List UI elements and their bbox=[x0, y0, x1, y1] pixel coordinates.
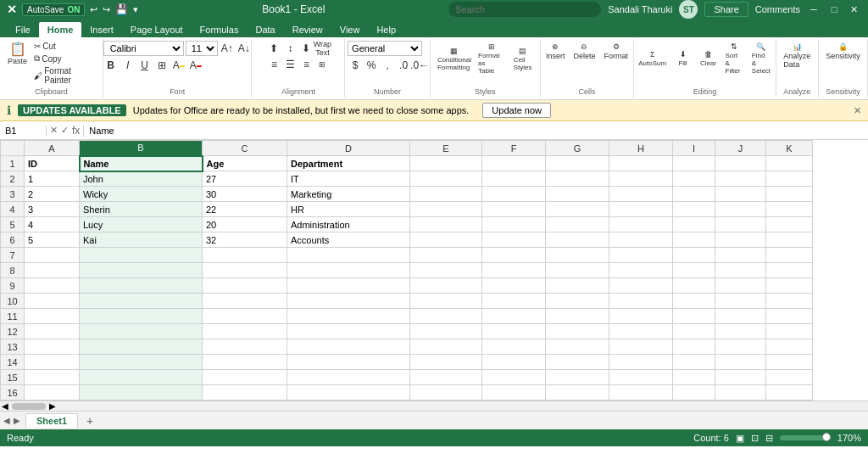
comments-button[interactable]: Comments bbox=[755, 4, 800, 14]
cell-e15[interactable] bbox=[410, 370, 482, 385]
cell-c1[interactable]: Age bbox=[203, 156, 287, 171]
minimize-button[interactable]: ─ bbox=[807, 3, 821, 16]
cell-g15[interactable] bbox=[546, 370, 609, 385]
col-header-c[interactable]: C bbox=[203, 141, 287, 156]
underline-button[interactable]: U bbox=[137, 58, 153, 73]
paste-button[interactable]: 📋 Paste bbox=[5, 41, 30, 68]
cell-j14[interactable] bbox=[715, 355, 766, 370]
cell-g2[interactable] bbox=[546, 171, 609, 187]
cell-d12[interactable] bbox=[287, 324, 410, 339]
cell-c2[interactable]: 27 bbox=[203, 171, 287, 187]
percent-button[interactable]: % bbox=[364, 58, 379, 73]
cell-i11[interactable] bbox=[673, 309, 715, 324]
bold-button[interactable]: B bbox=[103, 58, 119, 73]
cell-g16[interactable] bbox=[546, 385, 609, 401]
cell-d6[interactable]: Accounts bbox=[287, 232, 410, 248]
cell-b14[interactable] bbox=[80, 355, 203, 370]
cell-a5[interactable]: 4 bbox=[25, 217, 80, 232]
cell-g3[interactable] bbox=[546, 187, 609, 202]
cell-e5[interactable] bbox=[410, 217, 482, 232]
cell-c5[interactable]: 20 bbox=[203, 217, 287, 232]
cell-b6[interactable]: Kai bbox=[80, 232, 203, 248]
cell-a8[interactable] bbox=[25, 263, 80, 278]
decrease-font-button[interactable]: A↓ bbox=[236, 41, 252, 56]
cell-f10[interactable] bbox=[482, 294, 546, 309]
font-size-select[interactable]: 11 bbox=[186, 41, 218, 56]
cell-g13[interactable] bbox=[546, 339, 609, 355]
zoom-slider[interactable] bbox=[780, 435, 831, 440]
cell-g7[interactable] bbox=[546, 248, 609, 263]
italic-button[interactable]: I bbox=[120, 58, 136, 73]
cell-i1[interactable] bbox=[673, 156, 715, 171]
cell-j1[interactable] bbox=[715, 156, 766, 171]
cell-e7[interactable] bbox=[410, 248, 482, 263]
cell-d11[interactable] bbox=[287, 309, 410, 324]
cell-h7[interactable] bbox=[609, 248, 673, 263]
cell-k8[interactable] bbox=[766, 263, 813, 278]
increase-font-button[interactable]: A↑ bbox=[220, 41, 235, 56]
cell-b9[interactable] bbox=[80, 278, 203, 294]
scroll-right-icon[interactable]: ▶ bbox=[49, 401, 56, 411]
cell-i10[interactable] bbox=[673, 294, 715, 309]
cell-k13[interactable] bbox=[766, 339, 813, 355]
currency-button[interactable]: $ bbox=[348, 58, 363, 73]
formula-content[interactable]: Name bbox=[84, 126, 868, 136]
row-header-1[interactable]: 1 bbox=[1, 156, 25, 171]
row-header-14[interactable]: 14 bbox=[1, 355, 25, 370]
cell-b7[interactable] bbox=[80, 248, 203, 263]
cell-h11[interactable] bbox=[609, 309, 673, 324]
comma-button[interactable]: , bbox=[380, 58, 395, 73]
fill-color-button[interactable]: A▬ bbox=[171, 58, 186, 73]
cell-j12[interactable] bbox=[715, 324, 766, 339]
cell-d5[interactable]: Administration bbox=[287, 217, 410, 232]
cell-f11[interactable] bbox=[482, 309, 546, 324]
cell-c16[interactable] bbox=[203, 385, 287, 401]
cell-b15[interactable] bbox=[80, 370, 203, 385]
cell-a2[interactable]: 1 bbox=[25, 171, 80, 187]
cell-f14[interactable] bbox=[482, 355, 546, 370]
cell-h4[interactable] bbox=[609, 202, 673, 217]
cell-a3[interactable]: 2 bbox=[25, 187, 80, 202]
cell-h9[interactable] bbox=[609, 278, 673, 294]
row-header-7[interactable]: 7 bbox=[1, 248, 25, 263]
cell-d15[interactable] bbox=[287, 370, 410, 385]
format-button[interactable]: ⚙ Format bbox=[600, 41, 632, 62]
col-header-e[interactable]: E bbox=[410, 141, 482, 156]
cell-g14[interactable] bbox=[546, 355, 609, 370]
cell-j11[interactable] bbox=[715, 309, 766, 324]
col-header-f[interactable]: F bbox=[482, 141, 546, 156]
conditional-formatting-button[interactable]: ▦ ConditionalFormatting bbox=[436, 41, 473, 76]
align-center-button[interactable]: ☰ bbox=[282, 57, 298, 72]
cell-e12[interactable] bbox=[410, 324, 482, 339]
cell-f12[interactable] bbox=[482, 324, 546, 339]
sort-filter-button[interactable]: ⇅ Sort &Filter bbox=[722, 41, 747, 76]
cell-k5[interactable] bbox=[766, 217, 813, 232]
confirm-formula-icon[interactable]: ✓ bbox=[61, 125, 69, 136]
cell-j8[interactable] bbox=[715, 263, 766, 278]
cell-i3[interactable] bbox=[673, 187, 715, 202]
update-now-button[interactable]: Update now bbox=[482, 103, 551, 118]
cell-h5[interactable] bbox=[609, 217, 673, 232]
cell-k3[interactable] bbox=[766, 187, 813, 202]
cell-e10[interactable] bbox=[410, 294, 482, 309]
cell-b11[interactable] bbox=[80, 309, 203, 324]
cancel-formula-icon[interactable]: ✕ bbox=[50, 125, 58, 136]
cell-e13[interactable] bbox=[410, 339, 482, 355]
row-header-12[interactable]: 12 bbox=[1, 324, 25, 339]
tab-formulas[interactable]: Formulas bbox=[192, 22, 248, 37]
cell-styles-button[interactable]: ▤ CellStyles bbox=[511, 41, 535, 76]
tab-home[interactable]: Home bbox=[39, 22, 82, 37]
cell-h12[interactable] bbox=[609, 324, 673, 339]
cell-b3[interactable]: Wicky bbox=[80, 187, 203, 202]
cell-j7[interactable] bbox=[715, 248, 766, 263]
tab-view[interactable]: View bbox=[331, 22, 369, 37]
number-format-select[interactable]: General bbox=[348, 41, 422, 56]
row-header-2[interactable]: 2 bbox=[1, 171, 25, 187]
cell-g8[interactable] bbox=[546, 263, 609, 278]
tab-help[interactable]: Help bbox=[368, 22, 404, 37]
cell-c13[interactable] bbox=[203, 339, 287, 355]
row-header-9[interactable]: 9 bbox=[1, 278, 25, 294]
cell-a10[interactable] bbox=[25, 294, 80, 309]
copy-button[interactable]: ⧉ Copy bbox=[31, 53, 97, 64]
horizontal-scrollbar[interactable]: ◀ ▶ bbox=[0, 401, 868, 411]
